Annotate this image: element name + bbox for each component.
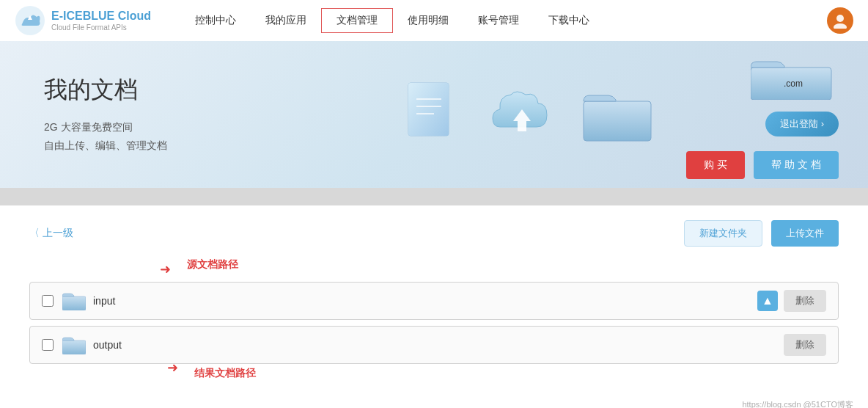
folder-icon <box>581 85 654 144</box>
logo-title: E-ICEBLUE Cloud <box>51 9 151 23</box>
file-checkbox-output[interactable] <box>42 339 54 351</box>
svg-rect-10 <box>584 101 651 141</box>
file-checkbox-input[interactable] <box>42 295 54 307</box>
input-annotation-arrow: ➜ <box>160 261 171 277</box>
upload-file-button[interactable]: 上传文件 <box>771 220 839 247</box>
file-name-output: output <box>93 339 784 351</box>
nav-item-usage[interactable]: 使用明细 <box>393 0 463 41</box>
nav-item-apps[interactable]: 我的应用 <box>251 0 321 41</box>
main-nav: 控制中心 我的应用 文档管理 使用明细 账号管理 下载中心 <box>180 0 827 41</box>
logo-area: E-ICEBLUE Cloud Cloud File Format APIs <box>15 5 151 36</box>
content-area: 〈 上一级 新建文件夹 上传文件 源文档路径 ➜ input ▲ 删除 <box>0 205 868 396</box>
banner-title: 我的文档 <box>44 74 235 106</box>
banner-bottom-buttons: 购 买 帮 助 文 档 <box>686 151 839 179</box>
svg-rect-13 <box>62 296 86 310</box>
banner-desc-line2: 自由上传、编辑、管理文档 <box>44 136 235 155</box>
banner-desc-line1: 2G 大容量免费空间 <box>44 118 235 136</box>
logo-subtitle: Cloud File Format APIs <box>51 23 151 32</box>
cloud-upload-icon <box>485 81 559 147</box>
toolbar-right: 新建文件夹 上传文件 <box>684 220 839 247</box>
footer-watermark: https://blog.csdn @51CTO博客 <box>742 400 853 408</box>
new-folder-button[interactable]: 新建文件夹 <box>684 220 762 247</box>
document-icon <box>405 81 463 147</box>
nav-item-docs[interactable]: 文档管理 <box>321 8 393 33</box>
folder-icon-input <box>62 291 86 310</box>
file-row-right-input: ▲ 删除 <box>757 290 826 312</box>
delete-button-output[interactable]: 删除 <box>784 334 826 356</box>
svg-text:.com: .com <box>784 79 803 89</box>
output-annotation-label: 结果文档路径 <box>194 367 256 380</box>
buy-button[interactable]: 购 买 <box>686 151 745 179</box>
banner-text: 我的文档 2G 大容量免费空间 自由上传、编辑、管理文档 <box>44 74 235 155</box>
folder-icon-output <box>62 335 86 354</box>
file-name-input: input <box>93 295 757 307</box>
nav-item-account[interactable]: 账号管理 <box>463 0 534 41</box>
logo-icon <box>15 5 45 36</box>
input-annotation-label: 源文档路径 <box>187 258 238 272</box>
logo-text: E-ICEBLUE Cloud Cloud File Format APIs <box>51 9 151 32</box>
expand-button-input[interactable]: ▲ <box>757 291 778 311</box>
help-button[interactable]: 帮 助 文 档 <box>754 151 839 179</box>
section-divider <box>0 188 868 205</box>
banner-right: .com 退出登陆 › 购 买 帮 助 文 档 <box>686 56 839 179</box>
banner: 我的文档 2G 大容量免费空间 自由上传、编辑、管理文档 <box>0 41 868 188</box>
output-row-container: output 删除 结果文档路径 ➜ <box>29 326 839 364</box>
output-annotation-arrow: ➜ <box>167 360 178 376</box>
banner-folder-decoration: .com <box>751 56 839 103</box>
nav-item-download[interactable]: 下载中心 <box>534 0 604 41</box>
svg-rect-5 <box>408 83 449 136</box>
table-row: input ▲ 删除 <box>29 282 839 320</box>
file-row-right-output: 删除 <box>784 334 826 356</box>
table-row: output 删除 <box>29 326 839 364</box>
header: E-ICEBLUE Cloud Cloud File Format APIs 控… <box>0 0 868 41</box>
input-annotation-area: 源文档路径 ➜ <box>29 258 839 279</box>
svg-rect-14 <box>62 340 86 354</box>
header-right <box>827 7 853 34</box>
svg-point-3 <box>834 23 847 29</box>
breadcrumb[interactable]: 〈 上一级 <box>29 227 73 240</box>
avatar <box>827 7 853 34</box>
svg-point-2 <box>836 15 844 22</box>
banner-desc: 2G 大容量免费空间 自由上传、编辑、管理文档 <box>44 118 235 155</box>
nav-item-control[interactable]: 控制中心 <box>180 0 251 41</box>
content-toolbar: 〈 上一级 新建文件夹 上传文件 <box>29 220 839 247</box>
delete-button-input[interactable]: 删除 <box>784 290 826 312</box>
logout-button[interactable]: 退出登陆 › <box>765 112 839 136</box>
footer: https://blog.csdn @51CTO博客 <box>0 396 868 408</box>
